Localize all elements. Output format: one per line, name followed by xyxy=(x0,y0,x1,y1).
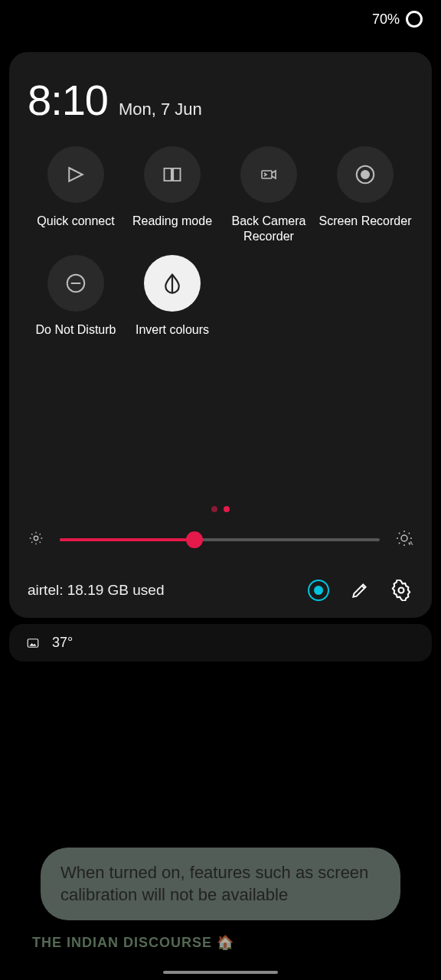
tile-quick-connect[interactable]: Quick connect xyxy=(28,146,124,244)
battery-percent: 70% xyxy=(372,11,400,28)
bg-heading: NEWS NEWS NEWS xyxy=(28,665,413,678)
name-row: Andrew Lee 🎧 💬 xyxy=(133,736,287,763)
user-button[interactable] xyxy=(306,578,331,603)
svg-text:A: A xyxy=(409,540,413,547)
clock-time: 8:10 xyxy=(28,75,108,125)
toast-message: When turned on, features such as screen … xyxy=(41,848,400,920)
dnd-icon xyxy=(47,255,104,312)
clock-date: Mon, 7 Jun xyxy=(119,100,202,119)
quick-settings-panel: 8:10 Mon, 7 Jun Quick connect Reading mo… xyxy=(9,52,432,618)
tile-dnd[interactable]: Do Not Disturb xyxy=(28,255,124,353)
page-indicator xyxy=(28,506,413,512)
book-icon xyxy=(144,146,201,203)
brightness-slider[interactable] xyxy=(60,538,380,541)
slider-fill xyxy=(60,538,194,541)
quick-connect-icon xyxy=(47,146,104,203)
avatar: THE SOUND GUY xyxy=(60,757,118,815)
svg-point-8 xyxy=(399,588,404,593)
navigation-hint[interactable] xyxy=(163,971,278,974)
tiles-grid: Quick connect Reading mode Back Camera R… xyxy=(28,146,413,353)
name-row: Minh Do 💬 xyxy=(133,763,287,791)
slider-thumb[interactable] xyxy=(186,531,203,548)
counts: 511 👤 / 28 💬 xyxy=(133,818,287,844)
camera-recorder-icon xyxy=(240,146,297,203)
edit-button[interactable] xyxy=(348,578,372,603)
brightness-auto-icon[interactable]: A xyxy=(395,529,413,550)
svg-point-2 xyxy=(361,171,369,178)
names-list: Andrew Lee 🎧 💬 Minh Do 💬 Katherine Lynn … xyxy=(133,736,287,844)
brightness-low-icon xyxy=(28,530,44,550)
tile-label: Back Camera Recorder xyxy=(220,214,317,244)
qs-footer: airtel: 18.19 GB used xyxy=(28,578,413,603)
tile-invert-colours[interactable]: Invert colours xyxy=(124,255,220,353)
carrier-text[interactable]: airtel: 18.19 GB used xyxy=(28,582,289,599)
tile-label: Do Not Disturb xyxy=(36,322,116,353)
settings-button[interactable] xyxy=(389,578,413,603)
battery-ring-icon xyxy=(406,11,423,28)
status-bar: 70% xyxy=(0,0,441,38)
temperature-value: 37° xyxy=(52,635,73,651)
temperature-bar[interactable]: 37° xyxy=(9,624,432,662)
tile-label: Invert colours xyxy=(136,322,209,353)
tile-label: Screen Recorder xyxy=(319,214,412,244)
user-icon xyxy=(308,580,329,601)
bg-line-2: Bezos🏢🇨🇳$247B💰 Flipkart🥊 😅👑 xyxy=(28,703,413,727)
bg-line-1: 3 Minute News 📰 Share Top Stories🚀 xyxy=(28,678,413,703)
svg-point-5 xyxy=(34,536,38,541)
avatar xyxy=(28,736,89,797)
record-icon xyxy=(337,146,394,203)
avatar-stack: THE SOUND GUY xyxy=(28,736,119,820)
tile-reading-mode[interactable]: Reading mode xyxy=(124,146,220,244)
bottom-brand: THE INDIAN DISCOURSE 🏠 xyxy=(32,934,234,951)
brightness-row: A xyxy=(28,529,413,550)
name-row: Katherine Lynn 💬 xyxy=(133,791,287,818)
pencil-icon xyxy=(350,580,370,600)
dot-active xyxy=(224,506,230,512)
gear-icon xyxy=(390,580,412,601)
tile-back-camera-recorder[interactable]: Back Camera Recorder xyxy=(220,146,317,244)
tile-screen-recorder[interactable]: Screen Recorder xyxy=(317,146,413,244)
svg-point-6 xyxy=(401,535,407,541)
bg-people: THE SOUND GUY Andrew Lee 🎧 💬 Minh Do 💬 K… xyxy=(28,736,413,844)
tile-label: Quick connect xyxy=(37,214,114,244)
background-app-card: NEWS NEWS NEWS 3 Minute News 📰 Share Top… xyxy=(15,654,426,854)
picture-icon xyxy=(24,636,41,650)
dot xyxy=(211,506,217,512)
tile-label: Reading mode xyxy=(132,214,212,244)
clock-row[interactable]: 8:10 Mon, 7 Jun xyxy=(28,75,413,125)
invert-icon xyxy=(144,255,201,312)
